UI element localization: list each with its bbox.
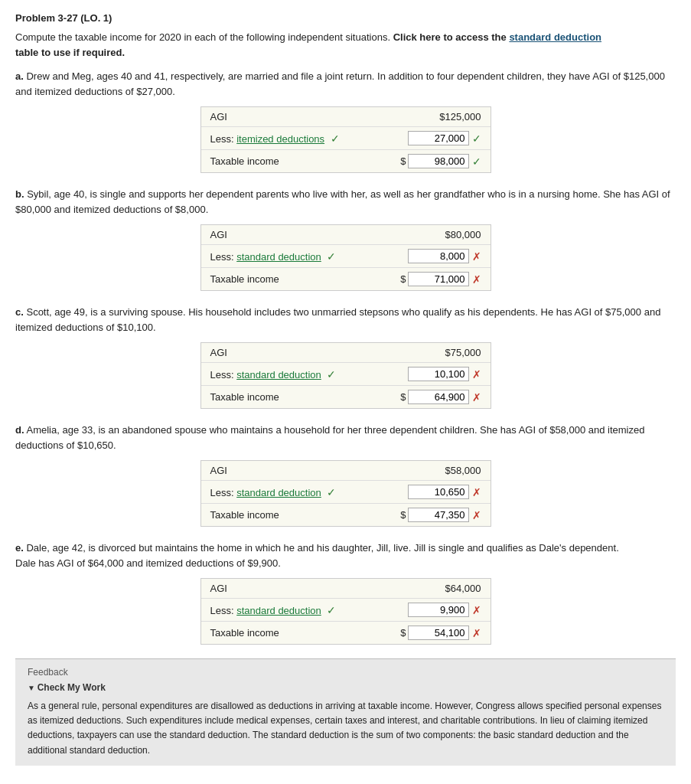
intro-click: Click here to access the <box>393 31 507 43</box>
part-a-agi-row: AGI $125,000 <box>201 107 491 127</box>
part-e-section: e. Dale, age 42, is divorced but maintai… <box>15 541 676 645</box>
part-a-dollar: $ <box>400 155 406 167</box>
part-d-agi-row: AGI $58,000 <box>201 461 491 481</box>
part-e-less-input[interactable] <box>408 603 469 617</box>
part-b-taxable-x-icon: ✗ <box>472 273 481 286</box>
part-b-less-input[interactable] <box>408 249 469 263</box>
part-d-label: d. <box>15 424 24 436</box>
part-b-description: b. Sybil, age 40, is single and supports… <box>15 187 676 217</box>
part-a-less-row: Less: itemized deductions ✓ ✓ <box>201 127 491 150</box>
part-c-taxable-input[interactable] <box>408 390 469 404</box>
part-c-table: AGI $75,000 Less: standard deduction ✓ ✗… <box>200 342 491 409</box>
part-e-description: e. Dale, age 42, is divorced but maintai… <box>15 541 676 570</box>
part-b-less-x-icon: ✗ <box>472 250 481 263</box>
part-e-less-row: Less: standard deduction ✓ ✗ <box>201 599 491 622</box>
part-b-taxable-row: Taxable income $ ✗ <box>201 268 491 290</box>
part-b-dollar: $ <box>400 273 406 285</box>
part-d-taxable-label: Taxable income <box>210 509 401 521</box>
part-b-table: AGI $80,000 Less: standard deduction ✓ ✗… <box>200 224 491 291</box>
feedback-body: As a general rule, personal expenditures… <box>28 699 663 758</box>
part-c-less-x-icon: ✗ <box>472 368 481 381</box>
part-e-dollar: $ <box>400 627 406 639</box>
part-c-taxable-x-icon: ✗ <box>472 391 481 403</box>
part-d-less-check-icon: ✓ <box>327 486 336 498</box>
part-d-taxable-x-icon: ✗ <box>472 509 481 521</box>
part-d-less-x-icon: ✗ <box>472 486 481 498</box>
part-e-text-1: Dale, age 42, is divorced but maintains … <box>26 542 618 554</box>
part-e-taxable-label: Taxable income <box>210 627 401 639</box>
part-d-section: d. Amelia, age 33, is an abandoned spous… <box>15 423 676 527</box>
part-c-less-label: Less: standard deduction ✓ <box>210 368 408 381</box>
feedback-title: Feedback <box>28 667 663 678</box>
part-a-deduction-link[interactable]: itemized deductions <box>236 133 324 145</box>
feedback-section: Feedback Check My Work As a general rule… <box>15 658 676 766</box>
part-a-section: a. Drew and Meg, ages 40 and 41, respect… <box>15 69 676 173</box>
part-c-taxable-row: Taxable income $ ✗ <box>201 386 491 408</box>
part-b-less-label: Less: standard deduction ✓ <box>210 250 408 263</box>
part-a-less-check-icon: ✓ <box>331 132 340 145</box>
part-d-taxable-input[interactable] <box>408 508 469 522</box>
part-c-less-row: Less: standard deduction ✓ ✗ <box>201 363 491 386</box>
part-d-less-row: Less: standard deduction ✓ ✗ <box>201 481 491 504</box>
part-b-taxable-label: Taxable income <box>210 273 401 285</box>
part-a-table: AGI $125,000 Less: itemized deductions ✓… <box>200 106 491 173</box>
part-e-text-2: Dale has AGI of $64,000 and itemized ded… <box>15 557 281 569</box>
part-e-agi-label: AGI <box>210 583 420 594</box>
part-a-less-label: Less: itemized deductions ✓ <box>210 132 408 145</box>
intro-text-2: table to use if required. <box>15 47 125 58</box>
part-b-deduction-link[interactable]: standard deduction <box>236 251 321 263</box>
part-c-less-check-icon: ✓ <box>327 368 336 381</box>
part-b-section: b. Sybil, age 40, is single and supports… <box>15 187 676 291</box>
part-c-agi-row: AGI $75,000 <box>201 343 491 363</box>
part-e-agi-row: AGI $64,000 <box>201 579 491 599</box>
part-e-less-x-icon: ✗ <box>472 604 481 616</box>
part-a-taxable-row: Taxable income $ ✓ <box>201 150 491 172</box>
part-c-taxable-label: Taxable income <box>210 391 401 403</box>
part-b-label: b. <box>15 188 24 200</box>
intro-text-1: Compute the taxable income for 2020 in e… <box>15 31 390 43</box>
part-b-agi-row: AGI $80,000 <box>201 225 491 245</box>
part-c-agi-value: $75,000 <box>420 347 481 358</box>
part-d-less-label: Less: standard deduction ✓ <box>210 486 408 498</box>
part-a-taxable-input[interactable] <box>408 154 469 168</box>
part-a-less-status-icon: ✓ <box>472 132 481 145</box>
part-b-taxable-input[interactable] <box>408 272 469 286</box>
part-e-taxable-input[interactable] <box>408 626 469 640</box>
part-c-dollar: $ <box>400 391 406 403</box>
part-d-dollar: $ <box>400 509 406 521</box>
part-e-less-label: Less: standard deduction ✓ <box>210 604 408 616</box>
part-e-deduction-link[interactable]: standard deduction <box>236 605 321 616</box>
part-e-table: AGI $64,000 Less: standard deduction ✓ ✗… <box>200 578 491 645</box>
part-a-agi-value: $125,000 <box>420 111 481 122</box>
part-a-taxable-label: Taxable income <box>210 155 401 167</box>
problem-title: Problem 3-27 (LO. 1) <box>15 12 676 24</box>
part-b-less-row: Less: standard deduction ✓ ✗ <box>201 245 491 268</box>
part-a-less-input[interactable] <box>408 131 469 145</box>
part-d-agi-value: $58,000 <box>420 465 481 476</box>
check-my-work-button[interactable]: Check My Work <box>28 682 663 693</box>
part-d-taxable-row: Taxable income $ ✗ <box>201 504 491 526</box>
part-e-taxable-x-icon: ✗ <box>472 627 481 639</box>
part-e-agi-value: $64,000 <box>420 583 481 594</box>
part-c-less-input[interactable] <box>408 367 469 381</box>
part-a-agi-label: AGI <box>210 111 420 122</box>
part-d-deduction-link[interactable]: standard deduction <box>236 487 321 498</box>
part-a-label: a. <box>15 70 24 82</box>
part-c-section: c. Scott, age 49, is a surviving spouse.… <box>15 305 676 409</box>
part-b-agi-label: AGI <box>210 229 420 240</box>
part-a-description: a. Drew and Meg, ages 40 and 41, respect… <box>15 69 676 99</box>
part-b-text: Sybil, age 40, is single and supports he… <box>15 188 670 215</box>
part-e-less-check-icon: ✓ <box>327 604 336 616</box>
part-c-agi-label: AGI <box>210 347 420 358</box>
part-c-deduction-link[interactable]: standard deduction <box>236 369 321 381</box>
standard-deduction-link[interactable]: standard deduction <box>509 31 601 43</box>
part-e-taxable-row: Taxable income $ ✗ <box>201 622 491 644</box>
main-content: Problem 3-27 (LO. 1) Compute the taxable… <box>0 0 691 778</box>
part-c-text: Scott, age 49, is a surviving spouse. Hi… <box>15 306 660 333</box>
part-c-description: c. Scott, age 49, is a surviving spouse.… <box>15 305 676 335</box>
part-d-table: AGI $58,000 Less: standard deduction ✓ ✗… <box>200 460 491 527</box>
part-e-label: e. <box>15 542 24 554</box>
part-d-less-input[interactable] <box>408 485 469 499</box>
part-d-description: d. Amelia, age 33, is an abandoned spous… <box>15 423 676 452</box>
part-a-taxable-status-icon: ✓ <box>472 155 481 168</box>
